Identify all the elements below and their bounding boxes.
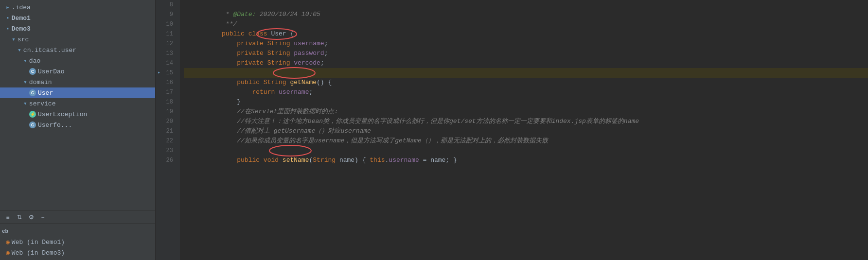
code-line-26 bbox=[184, 156, 868, 165]
line-num-26: 26 bbox=[156, 156, 176, 165]
class-icon: C bbox=[29, 89, 36, 96]
line-num-21: 21 bbox=[156, 126, 176, 136]
line-num-10: 10 bbox=[156, 19, 176, 29]
code-line-16: return username; bbox=[184, 78, 868, 87]
code-line-12: private String password; bbox=[184, 39, 868, 49]
code-line-18: //在Servlet里面封装数据时的点: bbox=[184, 97, 868, 107]
web-label: eb bbox=[2, 228, 8, 234]
line-num-22: 22 bbox=[156, 136, 176, 146]
tree-label: dao bbox=[29, 57, 40, 65]
code-line-9: **/ bbox=[184, 10, 868, 19]
line-num-14: 14 bbox=[156, 58, 176, 68]
tree-item-dao[interactable]: ▾ dao bbox=[0, 55, 155, 66]
line-num-13: 13 bbox=[156, 49, 176, 58]
align-right-button[interactable]: ⇅ bbox=[15, 212, 24, 222]
line-num-19: 19 bbox=[156, 107, 176, 117]
tree-label: Web (in Demo1) bbox=[12, 239, 65, 246]
tree-item-src[interactable]: ▾ src bbox=[0, 34, 155, 45]
tree-item-domain[interactable]: ▾ domain bbox=[0, 77, 155, 87]
tree-item-demo3[interactable]: ▪ Demo3 bbox=[0, 23, 155, 34]
class-icon: C bbox=[29, 121, 36, 128]
line-num-11: 11 bbox=[156, 29, 176, 39]
tree-item-userservice[interactable]: C Userfo... bbox=[0, 120, 155, 130]
tree-item-demo1[interactable]: ▪ Demo1 bbox=[0, 13, 155, 23]
code-content[interactable]: * @Date: 2020/10/24 10:05 **/ public cla… bbox=[180, 0, 868, 260]
code-line-23: public void setName(String name) { this.… bbox=[184, 146, 868, 156]
code-line-17: } bbox=[184, 87, 868, 97]
code-line-20: //值配对上 getUsername（）对应username bbox=[184, 117, 868, 126]
tree-item-service[interactable]: ▾ service bbox=[0, 98, 155, 109]
line-num-23: 23 bbox=[156, 146, 176, 156]
line-num-16: 16 bbox=[156, 78, 176, 87]
lightning-icon: ⚡ bbox=[29, 111, 36, 118]
collapse-button[interactable]: − bbox=[38, 212, 48, 222]
tree-label: Web (in Demo3) bbox=[12, 249, 65, 257]
folder-icon: ▾ bbox=[12, 35, 16, 43]
code-line-19: //特大注意！：这个地方bean类，你成员变量的名字设成什么都行，但是你get/… bbox=[184, 107, 868, 117]
tree-label: UserException bbox=[38, 111, 87, 118]
code-line-21: //如果你成员变量的名字是username，但是方法写成了getName（），那… bbox=[184, 126, 868, 136]
settings-button[interactable]: ⚙ bbox=[26, 212, 36, 222]
folder-icon: ▾ bbox=[23, 78, 27, 86]
web-icon: ◉ bbox=[6, 238, 10, 246]
tree-item-user[interactable]: C User bbox=[0, 87, 155, 98]
code-line-8: * @Date: 2020/10/24 10:05 bbox=[184, 0, 868, 10]
package-icon: ▾ bbox=[18, 46, 21, 54]
tree-item-userdao[interactable]: C UserDao bbox=[0, 66, 155, 77]
tree-label: service bbox=[29, 100, 56, 107]
project-tree: ▸ .idea ▪ Demo1 ▪ Demo3 ▾ src ▾ cn.itcas… bbox=[0, 0, 155, 210]
svg-point-2 bbox=[269, 145, 311, 156]
tree-label: cn.itcast.user bbox=[23, 47, 76, 54]
web-icon: ◉ bbox=[6, 249, 10, 257]
collapse-icon: ▸ bbox=[6, 3, 10, 11]
line-num-17: 17 bbox=[156, 87, 176, 97]
tree-label: src bbox=[18, 36, 29, 43]
code-line-22 bbox=[184, 136, 868, 146]
svg-point-1 bbox=[273, 68, 315, 78]
code-line-10: public class User { bbox=[184, 19, 868, 29]
line-numbers: 8 9 10 11 12 13 14 ▸15 16 17 18 19 20 21… bbox=[156, 0, 180, 260]
setname-circle-annotation bbox=[269, 145, 313, 156]
code-line-15: public String getName() { bbox=[184, 68, 868, 78]
tree-label: Demo3 bbox=[12, 25, 31, 33]
code-line-14 bbox=[184, 58, 868, 68]
align-left-button[interactable]: ≡ bbox=[3, 212, 13, 222]
tree-item-package[interactable]: ▾ cn.itcast.user bbox=[0, 45, 155, 55]
line-num-12: 12 bbox=[156, 39, 176, 49]
tree-item-idea[interactable]: ▸ .idea bbox=[0, 2, 155, 13]
svg-point-0 bbox=[257, 29, 297, 39]
username-circle-annotation bbox=[256, 28, 298, 40]
tree-label: Demo1 bbox=[12, 15, 31, 22]
sidebar: ▸ .idea ▪ Demo1 ▪ Demo3 ▾ src ▾ cn.itcas… bbox=[0, 0, 156, 260]
web-section: eb ◉ Web (in Demo1) ◉ Web (in Demo3) bbox=[0, 224, 155, 260]
line-num-9: 9 bbox=[156, 10, 176, 19]
web-demo3-item[interactable]: ◉ Web (in Demo3) bbox=[0, 247, 155, 258]
module-icon: ▪ bbox=[6, 15, 10, 22]
line-num-15: ▸15 bbox=[156, 68, 176, 78]
line-num-8: 8 bbox=[156, 0, 176, 10]
tree-label: User bbox=[38, 89, 53, 97]
module-icon: ▪ bbox=[6, 25, 10, 33]
tree-label: Userfo... bbox=[38, 121, 72, 129]
code-area[interactable]: 8 9 10 11 12 13 14 ▸15 16 17 18 19 20 21… bbox=[156, 0, 868, 260]
line-num-18: 18 bbox=[156, 97, 176, 107]
tree-label: .idea bbox=[12, 4, 31, 11]
folder-icon: ▾ bbox=[23, 100, 27, 107]
code-line-11: private String username; bbox=[184, 29, 868, 39]
sidebar-toolbar: ≡ ⇅ ⚙ − bbox=[0, 210, 155, 224]
class-icon: C bbox=[29, 68, 36, 75]
tree-label: domain bbox=[29, 79, 52, 86]
editor: 8 9 10 11 12 13 14 ▸15 16 17 18 19 20 21… bbox=[156, 0, 868, 260]
web-demo1-item[interactable]: ◉ Web (in Demo1) bbox=[0, 237, 155, 247]
folder-icon: ▾ bbox=[23, 57, 27, 65]
tree-label: UserDao bbox=[38, 68, 65, 75]
code-line-13: private String vercode; bbox=[184, 49, 868, 58]
web-section-header: eb bbox=[0, 226, 155, 237]
line-num-20: 20 bbox=[156, 117, 176, 126]
tree-item-userexception[interactable]: ⚡ UserException bbox=[0, 109, 155, 120]
getname-circle-annotation bbox=[273, 67, 317, 79]
